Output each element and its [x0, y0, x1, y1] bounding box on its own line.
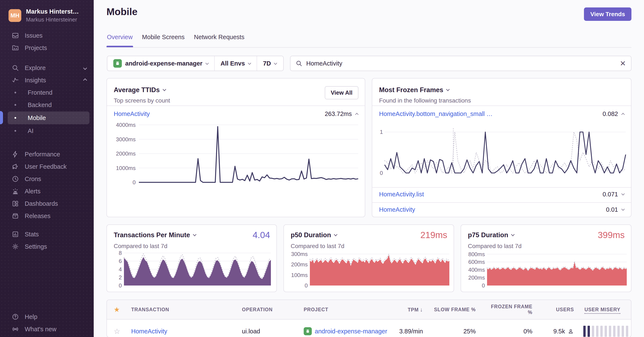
sidebar-item-issues[interactable]: Issues: [0, 29, 94, 42]
chevron-down-icon: [511, 233, 515, 236]
sidebar-item-insights[interactable]: Insights: [0, 74, 94, 86]
star-toggle[interactable]: ☆: [113, 327, 126, 336]
search-input[interactable]: [306, 60, 616, 67]
sidebar-item-dashboards[interactable]: Dashboards: [0, 197, 94, 210]
sidebar-nav: Issues Projects Explore Insig: [0, 29, 94, 337]
y-axis: 800ms600ms400ms200ms0: [467, 253, 485, 286]
bullet-icon: [14, 130, 16, 132]
tpm-chart: [124, 253, 271, 286]
search-icon: [296, 60, 302, 67]
chevron-down-icon: [205, 61, 209, 65]
sidebar-item-alerts[interactable]: Alerts: [0, 185, 94, 197]
sidebar-item-user-feedback[interactable]: User Feedback: [0, 160, 94, 173]
y-axis: 86420: [114, 253, 122, 286]
frozen-row-toggle[interactable]: 0.082: [602, 110, 624, 117]
sidebar-item-backend[interactable]: Backend: [0, 99, 94, 111]
chevron-down-icon: [193, 233, 196, 236]
environment-select[interactable]: All Envs: [214, 56, 256, 71]
divider: [372, 202, 631, 203]
card-subtitle: Compared to last 7d: [114, 243, 168, 250]
sidebar-item-whats-new[interactable]: What's new: [0, 323, 94, 335]
app-window: MH Markus Hinterst… Markus Hintersteiner…: [0, 0, 644, 337]
tab-bar: Overview Mobile Screens Network Requests: [106, 34, 245, 47]
column-header-user-misery[interactable]: USER MISERY: [578, 307, 625, 313]
clear-search-icon[interactable]: ✕: [620, 60, 626, 67]
date-range-select[interactable]: 7D: [256, 56, 282, 71]
column-header-frozen-frame[interactable]: FROZEN FRAME %: [480, 304, 537, 315]
sidebar-item-frontend[interactable]: Frontend: [0, 86, 94, 99]
sidebar-item-explore[interactable]: Explore: [0, 62, 94, 74]
bullet-icon: [14, 104, 16, 106]
sidebar-item-crons[interactable]: Crons: [0, 173, 94, 185]
org-name: Markus Hintersteiner: [26, 16, 79, 23]
divider: [372, 105, 631, 106]
sidebar-item-help[interactable]: Help: [0, 311, 94, 323]
main-content: Mobile View Trends Overview Mobile Scree…: [94, 0, 644, 337]
transaction-link[interactable]: HomeActivity: [126, 328, 237, 335]
ttid-value-toggle[interactable]: 263.72ms: [325, 110, 358, 117]
transaction-link[interactable]: HomeActivity.list: [379, 191, 424, 198]
star-icon[interactable]: ★: [113, 306, 126, 314]
users-cell: 9.5k: [537, 328, 578, 335]
page-title: Mobile: [106, 6, 138, 17]
project-cell[interactable]: android-expense-manager: [299, 327, 389, 335]
chevron-down-icon: [274, 61, 277, 65]
search-icon: [12, 64, 19, 72]
dashboard-icon: [12, 200, 19, 207]
sidebar-item-stats[interactable]: Stats: [0, 228, 94, 240]
chevron-up-icon: [622, 113, 625, 116]
frozen-frames-chart: [384, 129, 626, 173]
column-header-users[interactable]: USERS: [537, 307, 578, 313]
column-header-slow-frame[interactable]: SLOW FRAME %: [428, 307, 480, 313]
tab-mobile-screens[interactable]: Mobile Screens: [142, 34, 185, 47]
sidebar-item-releases[interactable]: Releases: [0, 210, 94, 222]
card-subtitle: Compared to last 7d: [468, 243, 522, 250]
inbox-icon: [12, 32, 19, 39]
view-all-button[interactable]: View All: [325, 86, 358, 99]
card-title[interactable]: Most Frozen Frames: [379, 86, 449, 94]
megaphone-icon: [12, 163, 19, 170]
column-header-operation[interactable]: OPERATION: [237, 307, 299, 313]
sidebar-item-mobile[interactable]: Mobile: [0, 111, 94, 125]
project-select[interactable]: android-expense-manager: [107, 56, 214, 71]
column-header-project[interactable]: PROJECT: [299, 307, 389, 313]
card-subtitle: Found in the following transactions: [379, 97, 471, 104]
sidebar-item-settings[interactable]: Settings: [0, 240, 94, 253]
transaction-link[interactable]: HomeActivity: [114, 110, 150, 117]
chevron-up-icon: [83, 78, 87, 82]
sidebar-item-ai[interactable]: AI: [0, 125, 94, 137]
help-icon: [12, 313, 19, 321]
user-name: Markus Hinterst…: [26, 8, 79, 15]
view-trends-button[interactable]: View Trends: [584, 7, 632, 21]
transaction-link[interactable]: HomeActivity: [379, 206, 415, 213]
frozen-row-toggle[interactable]: 0.071: [602, 191, 624, 198]
siren-icon: [12, 187, 19, 195]
org-switcher[interactable]: MH Markus Hinterst… Markus Hintersteiner: [0, 0, 94, 29]
card-title[interactable]: p50 Duration: [291, 231, 337, 239]
card-title[interactable]: p75 Duration: [468, 231, 514, 239]
most-frozen-frames-card: Most Frozen Frames Found in the followin…: [372, 78, 632, 217]
p75-duration-card: p75 Duration 399ms Compared to last 7d 8…: [461, 224, 632, 292]
lightning-icon: [12, 150, 19, 158]
chevron-up-icon: [355, 113, 359, 116]
frozen-row-toggle[interactable]: 0.01: [606, 206, 624, 213]
card-subtitle: Compared to last 7d: [291, 243, 344, 250]
transaction-link[interactable]: HomeActivity.bottom_navigation_small …: [379, 110, 492, 117]
tab-divider: [106, 47, 632, 48]
user-misery-bars: [578, 326, 632, 337]
tab-overview[interactable]: Overview: [106, 34, 133, 47]
android-icon: [304, 327, 312, 335]
avatar: MH: [8, 9, 21, 22]
tpm-card: Transactions Per Minute 4.04 Compared to…: [106, 224, 277, 292]
divider: [107, 105, 365, 106]
chevron-down-icon: [334, 233, 338, 236]
sidebar-item-performance[interactable]: Performance: [0, 148, 94, 160]
y-axis: 300ms200ms100ms0: [290, 253, 308, 286]
column-header-tpm[interactable]: TPM↓: [389, 306, 428, 313]
card-title[interactable]: Average TTIDs: [114, 86, 166, 94]
column-header-transaction[interactable]: TRANSACTION: [126, 307, 237, 313]
tab-network-requests[interactable]: Network Requests: [194, 34, 245, 47]
card-title[interactable]: Transactions Per Minute: [114, 231, 196, 239]
sidebar-item-projects[interactable]: Projects: [0, 42, 94, 54]
chevron-down-icon: [162, 88, 166, 91]
